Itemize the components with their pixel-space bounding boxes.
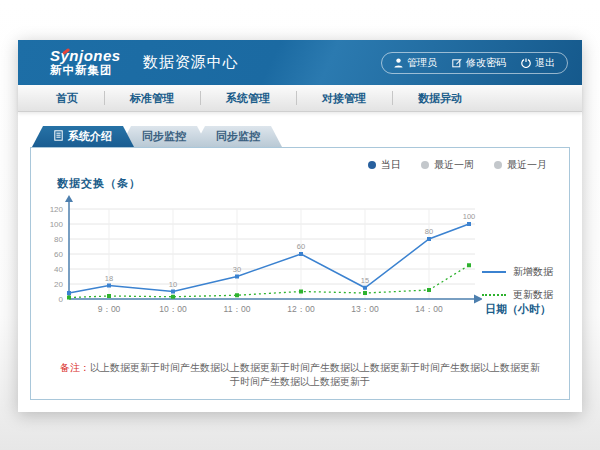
current-user-label: 管理员 [407,56,437,70]
power-icon [521,58,531,68]
svg-text:日期（小时）: 日期（小时） [485,303,551,316]
current-user-button[interactable]: 管理员 [394,56,437,70]
svg-text:10: 10 [169,280,177,289]
footnote-text: 以上数据更新于时间产生数据以上数据更新于时间产生数据以上数据更新于时间产生数据以… [90,362,540,387]
logout-label: 退出 [535,56,555,70]
footnote-prefix: 备注： [60,362,90,373]
edit-icon [452,58,462,68]
svg-text:10：00: 10：00 [159,304,187,314]
svg-text:13：00: 13：00 [351,304,379,314]
legend-item-new-data: 新增数据 [482,265,553,279]
svg-text:80: 80 [54,235,63,244]
radio-today[interactable]: 当日 [368,158,401,172]
radio-dot-icon [494,161,502,169]
svg-text:100: 100 [463,212,476,221]
radio-label: 最近一月 [507,158,547,172]
svg-text:30: 30 [233,265,241,274]
tab-label: 同步监控 [216,129,260,144]
user-toolbar: 管理员 修改密码 退出 [381,52,568,74]
svg-text:9：00: 9：00 [98,304,121,314]
legend-label: 新增数据 [513,265,553,279]
change-password-label: 修改密码 [466,56,506,70]
chart-panel: 当日 最近一周 最近一月 数据交换（条） 0204060801001209：00… [30,147,570,400]
tab-label: 系统介绍 [68,129,112,144]
content-area: 系统介绍 同步监控 同步监控 当日 最近一周 [18,112,582,400]
legend-item-updated-data: 更新数据 [482,288,553,302]
legend-label: 更新数据 [513,288,553,302]
logout-button[interactable]: 退出 [521,56,555,70]
logo: Synjones 新中新集团 [50,48,121,77]
logo-company-name: 新中新集团 [50,64,121,77]
svg-text:18: 18 [105,274,113,283]
radio-last-month[interactable]: 最近一月 [494,158,547,172]
tab-system-intro[interactable]: 系统介绍 [32,126,134,147]
chart-legend: 新增数据 更新数据 [482,265,553,302]
svg-text:14：00: 14：00 [415,304,443,314]
time-range-filters: 当日 最近一周 最近一月 [31,148,569,172]
svg-text:120: 120 [50,205,64,214]
app-window: Synjones 新中新集团 数据资源中心 管理员 修改密码 退出 首页 标准管… [18,40,582,412]
svg-text:80: 80 [425,227,433,236]
chart-area: 0204060801001209：0010：0011：0012：0013：001… [39,193,569,323]
nav-item-system-mgmt[interactable]: 系统管理 [200,85,296,111]
logo-wordmark: Synjones [50,48,121,65]
svg-text:15: 15 [361,276,369,285]
svg-text:0: 0 [59,295,64,304]
nav-item-standard-mgmt[interactable]: 标准管理 [104,85,200,111]
nav-item-home[interactable]: 首页 [30,85,104,111]
svg-text:12：00: 12：00 [287,304,315,314]
tab-sync-monitor-1[interactable]: 同步监控 [120,126,208,147]
user-icon [394,58,403,68]
document-icon [54,130,63,143]
tab-sync-monitor-2[interactable]: 同步监控 [194,126,282,147]
app-header: Synjones 新中新集团 数据资源中心 管理员 修改密码 退出 [18,40,582,85]
dotted-line-swatch-icon [482,294,506,296]
page-title: 数据资源中心 [143,53,239,72]
nav-item-integration-mgmt[interactable]: 对接管理 [296,85,392,111]
change-password-button[interactable]: 修改密码 [452,56,506,70]
main-nav: 首页 标准管理 系统管理 对接管理 数据异动 [18,85,582,112]
solid-line-swatch-icon [482,271,506,273]
nav-item-data-change[interactable]: 数据异动 [392,85,488,111]
chart-y-axis-title: 数据交换（条） [57,176,569,191]
radio-label: 最近一周 [434,158,474,172]
tab-label: 同步监控 [142,129,186,144]
radio-dot-icon [368,161,376,169]
svg-text:20: 20 [54,280,63,289]
radio-last-week[interactable]: 最近一周 [421,158,474,172]
svg-text:60: 60 [54,250,63,259]
svg-text:40: 40 [54,265,63,274]
svg-text:100: 100 [50,220,64,229]
svg-text:11：00: 11：00 [224,304,251,314]
tab-bar: 系统介绍 同步监控 同步监控 [32,126,570,147]
svg-text:60: 60 [297,242,305,251]
radio-dot-icon [421,161,429,169]
radio-label: 当日 [381,158,401,172]
footnote: 备注：以上数据更新于时间产生数据以上数据更新于时间产生数据以上数据更新于时间产生… [31,361,569,389]
